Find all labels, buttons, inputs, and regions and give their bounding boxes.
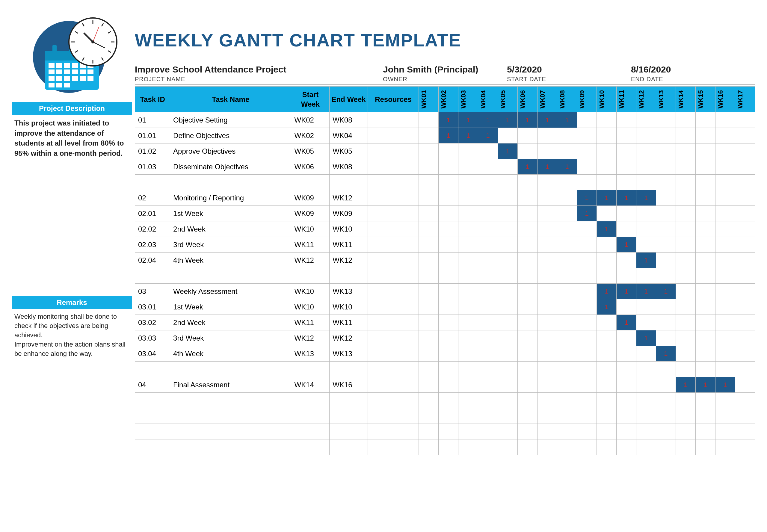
cell-week [695, 112, 715, 128]
cell-week [458, 206, 478, 221]
cell-task-id: 01.01 [135, 128, 170, 143]
cell-week [419, 330, 439, 346]
cell-week [557, 408, 577, 424]
cell-week [419, 362, 439, 377]
cell-task-id [135, 424, 170, 439]
cell-end-week: WK11 [330, 315, 368, 330]
cell-week [557, 190, 577, 206]
cell-end-week: WK12 [330, 190, 368, 206]
cell-end-week [330, 408, 368, 424]
cell-week [735, 408, 755, 424]
table-row: 02.011st WeekWK09WK091 [135, 206, 755, 221]
cell-week [636, 377, 656, 393]
cell-task-name: Approve Objectives [170, 143, 291, 159]
cell-week [636, 362, 656, 377]
cell-week [617, 362, 636, 377]
cell-week [458, 377, 478, 393]
cell-week [695, 253, 715, 268]
cell-week [735, 268, 755, 284]
cell-week [557, 253, 577, 268]
cell-week [715, 159, 735, 175]
cell-resources [368, 346, 419, 362]
cell-end-week [330, 268, 368, 284]
project-description-header: Project Description [12, 102, 132, 115]
cell-week [419, 346, 439, 362]
col-week-17: WK17 [735, 87, 755, 112]
cell-week [498, 315, 518, 330]
cell-week [557, 128, 577, 143]
cell-week [577, 253, 597, 268]
cell-week [676, 175, 695, 190]
cell-week [557, 299, 577, 315]
cell-week [715, 424, 735, 439]
cell-resources [368, 377, 419, 393]
cell-week [676, 408, 695, 424]
cell-week [597, 346, 617, 362]
cell-end-week: WK13 [330, 346, 368, 362]
cell-start-week: WK13 [291, 346, 330, 362]
cell-week [478, 159, 498, 175]
table-row [135, 439, 755, 455]
cell-week: 1 [458, 128, 478, 143]
cell-task-name: 3rd Week [170, 237, 291, 253]
cell-week [656, 128, 676, 143]
cell-task-id [135, 393, 170, 408]
cell-task-id: 02.01 [135, 206, 170, 221]
cell-week [478, 253, 498, 268]
cell-week [458, 346, 478, 362]
cell-week [419, 237, 439, 253]
cell-start-week: WK12 [291, 330, 330, 346]
cell-start-week: WK14 [291, 377, 330, 393]
cell-week [419, 221, 439, 237]
cell-week [617, 159, 636, 175]
cell-week [518, 299, 537, 315]
cell-resources [368, 284, 419, 299]
cell-week [597, 253, 617, 268]
project-name-value: Improve School Attendance Project [135, 64, 383, 75]
cell-week [498, 393, 518, 408]
cell-week [676, 237, 695, 253]
cell-start-week: WK02 [291, 112, 330, 128]
cell-week: 1 [498, 143, 518, 159]
col-week-14: WK14 [676, 87, 695, 112]
cell-week [577, 424, 597, 439]
cell-week [518, 439, 537, 455]
col-week-1: WK01 [419, 87, 439, 112]
cell-week [458, 362, 478, 377]
cell-week [439, 299, 458, 315]
cell-week [458, 190, 478, 206]
svg-rect-13 [56, 69, 62, 74]
cell-week [656, 112, 676, 128]
cell-week [656, 221, 676, 237]
cell-week [419, 206, 439, 221]
cell-task-id: 01 [135, 112, 170, 128]
cell-week: 1 [518, 112, 537, 128]
cell-week [537, 439, 557, 455]
cell-week [715, 175, 735, 190]
cell-week [735, 315, 755, 330]
cell-week [695, 221, 715, 237]
cell-task-name: 2nd Week [170, 221, 291, 237]
cell-task-name: 3rd Week [170, 330, 291, 346]
cell-week [458, 159, 478, 175]
cell-week [478, 408, 498, 424]
svg-rect-3 [52, 45, 57, 53]
cell-week [439, 159, 458, 175]
cell-week [439, 408, 458, 424]
cell-week [617, 299, 636, 315]
cell-week: 1 [656, 284, 676, 299]
cell-week [656, 159, 676, 175]
table-row [135, 408, 755, 424]
cell-task-id: 02.02 [135, 221, 170, 237]
cell-week [419, 190, 439, 206]
cell-week [458, 330, 478, 346]
svg-rect-25 [56, 83, 62, 87]
cell-week [695, 393, 715, 408]
cell-resources [368, 299, 419, 315]
cell-week [537, 346, 557, 362]
cell-week [557, 439, 577, 455]
cell-start-week [291, 393, 330, 408]
cell-week [498, 362, 518, 377]
cell-week [577, 315, 597, 330]
cell-week [478, 190, 498, 206]
